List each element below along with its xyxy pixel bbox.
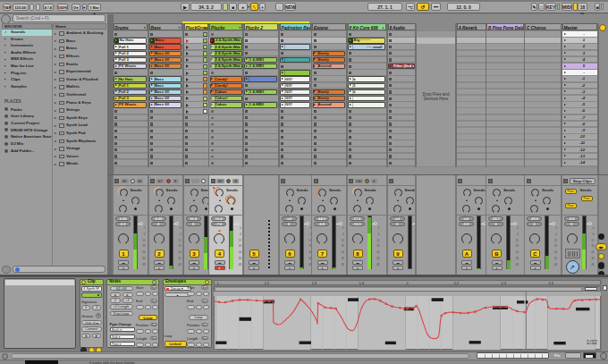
svg-text:1/32: 1/32 (587, 339, 598, 345)
